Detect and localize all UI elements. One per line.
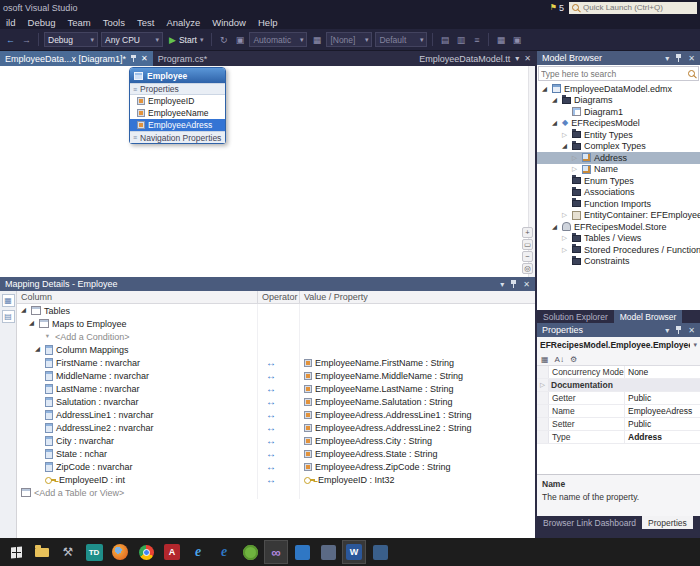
zoom-out-icon[interactable]: − [522, 251, 533, 262]
mapping-row[interactable]: AddressLine2 : nvarchar ↔ EmployeeAdress… [17, 421, 535, 434]
toolbar-icon-grid[interactable]: ▦ [310, 35, 323, 45]
expander-icon[interactable]: ◢ [540, 86, 549, 93]
expander-icon[interactable]: ▷ [560, 247, 569, 254]
mapping-row[interactable]: Salutation : nvarchar ↔ EmployeeName.Sal… [17, 395, 535, 408]
toolbar-icon-rows[interactable]: ▤ [438, 35, 451, 45]
expander-icon[interactable]: ◢ [560, 143, 569, 150]
toolbar-icon-blocks[interactable]: ▣ [233, 35, 246, 45]
process-dropdown[interactable]: Default ▾ [375, 32, 427, 47]
property-value[interactable]: Public [625, 393, 700, 403]
mapping-row[interactable]: MiddleName : nvarchar ↔ EmployeeName.Mid… [17, 369, 535, 382]
expander-icon[interactable]: ▷ [570, 166, 579, 173]
chevron-down-icon[interactable]: ▾ [500, 280, 504, 289]
toolbar-icon-refresh[interactable]: ↻ [217, 35, 230, 45]
property-value[interactable]: Address [625, 432, 700, 442]
expander-icon[interactable]: ◢ [27, 320, 36, 327]
taskbar-blue-app[interactable] [290, 540, 314, 564]
toolbar-icon-columns[interactable]: ▥ [454, 35, 467, 45]
navigate-forward-icon[interactable]: → [20, 35, 33, 45]
zoom-fit-icon[interactable]: ▭ [522, 239, 533, 250]
close-tab-icon[interactable]: ✕ [141, 54, 148, 63]
tree-node-complex-types[interactable]: ◢Complex Types [537, 141, 700, 153]
condition-dropdown-icon[interactable]: ▾ [43, 333, 52, 340]
taskbar-firefox[interactable] [108, 540, 132, 564]
entity-properties-section[interactable]: ≡ Properties [130, 83, 225, 95]
function-mapping-view-icon[interactable]: ▤ [2, 310, 15, 323]
model-browser-search-box[interactable] [538, 66, 699, 81]
expander-icon[interactable]: ▷ [560, 132, 569, 139]
mapping-row-column-mappings[interactable]: ◢ Column Mappings [17, 343, 535, 356]
mapping-row-maps-to-employee[interactable]: ◢ Maps to Employee [17, 317, 535, 330]
tree-node-entity-types[interactable]: ▷Entity Types [537, 129, 700, 141]
taskbar-td-app[interactable]: TD [82, 540, 106, 564]
menu-item-analyze[interactable]: Analyze [160, 15, 206, 29]
mapping-details-header[interactable]: Mapping Details - Employee ▾ ✕ [0, 277, 535, 291]
taskbar-green-app[interactable] [238, 540, 262, 564]
section-grip-icon[interactable]: ≡ [133, 86, 137, 93]
expander-icon[interactable]: ▷ [570, 155, 579, 162]
menu-item-team[interactable]: Team [62, 15, 97, 29]
property-value[interactable]: EmployeeAdress [625, 406, 700, 416]
chevron-down-icon[interactable]: ▾ [515, 54, 519, 63]
expander-icon[interactable]: ◢ [550, 97, 559, 104]
expander-icon[interactable]: ◢ [33, 346, 42, 353]
taskbar-edge[interactable]: e [212, 540, 236, 564]
expander-icon[interactable]: ◢ [19, 307, 28, 314]
mapping-row[interactable]: AddressLine1 : nvarchar ↔ EmployeeAdress… [17, 408, 535, 421]
close-panel-icon[interactable]: ✕ [523, 280, 530, 289]
taskbar-office-app[interactable] [316, 540, 340, 564]
property-row-setter[interactable]: Setter Public [537, 418, 700, 431]
menu-item-window[interactable]: Window [206, 15, 252, 29]
mapping-row[interactable]: LastName : nvarchar ↔ EmployeeName.LastN… [17, 382, 535, 395]
mapping-row[interactable]: ZipCode : nvarchar ↔ EmployeeAdress.ZipC… [17, 460, 535, 473]
quick-launch-input[interactable] [583, 3, 694, 12]
tree-node-efrecipesmodel[interactable]: ◢◆EFRecipesModel [537, 118, 700, 130]
mapping-row-employeeid[interactable]: EmployeeID : int ↔ EmployeeID : Int32 [17, 473, 535, 486]
taskbar-acrobat-reader[interactable]: A [160, 540, 184, 564]
tree-node-stored-procedures[interactable]: ▷Stored Procedures / Functions [537, 244, 700, 256]
platform-dropdown[interactable]: Any CPU ▾ [101, 32, 163, 47]
menu-item-debug[interactable]: Debug [22, 15, 62, 29]
tree-node-constraints[interactable]: Constraints [537, 256, 700, 268]
column-header-operator[interactable]: Operator [258, 291, 300, 303]
entity-property-employeename[interactable]: EmployeeName [130, 107, 225, 119]
tab-program-cs[interactable]: Program.cs* [153, 51, 213, 66]
taskbar-internet-explorer[interactable]: e [186, 540, 210, 564]
taskbar-word[interactable]: W [342, 540, 366, 564]
tree-node-associations[interactable]: Associations [537, 187, 700, 199]
entity-header[interactable]: Employee [130, 68, 225, 83]
close-document-icon[interactable]: ✕ [524, 54, 531, 63]
taskbar-toolbox-app[interactable]: ⚒ [56, 540, 80, 564]
tab-browser-link-dashboard[interactable]: Browser Link Dashboard [537, 516, 642, 529]
mapping-row-add-table[interactable]: <Add a Table or View> [17, 486, 535, 499]
tab-solution-explorer[interactable]: Solution Explorer [537, 310, 614, 323]
employee-entity-shape[interactable]: Employee ≡ Properties EmployeeID Employe… [129, 67, 226, 144]
zoom-in-icon[interactable]: + [522, 227, 533, 238]
start-debugging-button[interactable]: ▶ Start ▾ [166, 35, 206, 45]
section-grip-icon[interactable]: ≡ [133, 134, 137, 141]
toolbar-icon-grid2[interactable]: ▦ [494, 35, 507, 45]
close-panel-icon[interactable]: ✕ [688, 54, 695, 63]
entity-navigation-section[interactable]: ≡ Navigation Properties [130, 131, 225, 143]
menu-item-tools[interactable]: Tools [97, 15, 131, 29]
entity-property-employeeid[interactable]: EmployeeID [130, 95, 225, 107]
pin-icon[interactable] [675, 54, 682, 62]
expander-icon[interactable]: ▷ [560, 235, 569, 242]
tree-node-name[interactable]: ▷Name [537, 164, 700, 176]
entity-designer-surface[interactable]: Employee ≡ Properties EmployeeID Employe… [0, 66, 535, 277]
mapping-row[interactable]: State : nchar ↔ EmployeeAdress.State : S… [17, 447, 535, 460]
pin-icon[interactable] [675, 326, 682, 334]
expander-icon[interactable]: ▷ [538, 382, 547, 389]
tree-node-function-imports[interactable]: Function Imports [537, 198, 700, 210]
model-browser-header[interactable]: Model Browser ▾ ✕ [537, 51, 700, 65]
mapping-row[interactable]: City : nvarchar ↔ EmployeeAdress.City : … [17, 434, 535, 447]
property-value[interactable]: None [625, 367, 700, 377]
tree-node-edmx[interactable]: ◢EmployeeDataModel.edmx [537, 83, 700, 95]
selected-object-dropdown[interactable]: EFRecipesModel.Employee.EmployeeAdress ▾ [537, 337, 700, 353]
chevron-down-icon[interactable]: ▾ [665, 326, 669, 335]
menu-item-build[interactable]: ild [0, 15, 22, 29]
property-row-concurrency-mode[interactable]: Concurrency Mode None [537, 366, 700, 379]
property-row-name[interactable]: Name EmployeeAdress [537, 405, 700, 418]
debug-configuration-dropdown[interactable]: Debug ▾ [44, 32, 98, 47]
expander-icon[interactable]: ▷ [560, 212, 569, 219]
